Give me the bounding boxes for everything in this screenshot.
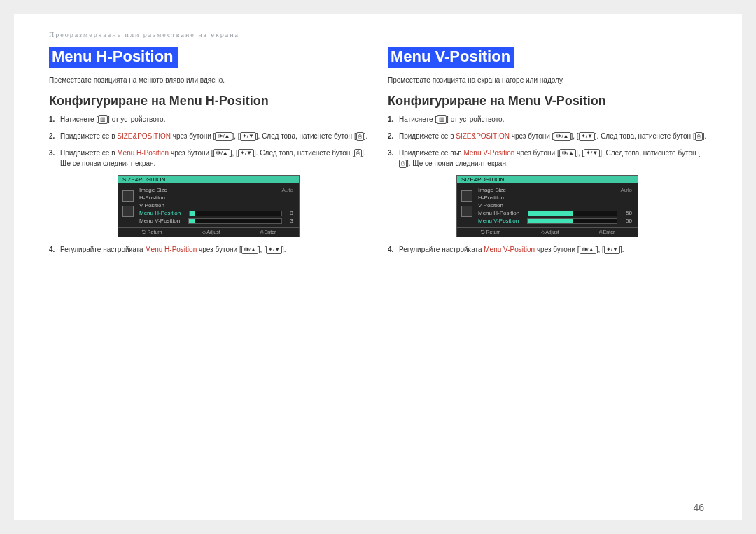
osd-value: 3 (290, 210, 293, 216)
subsection-title-left: Конфигуриране на Menu H-Position (49, 94, 368, 108)
vol-dn-icon: ✦/▼ (579, 132, 595, 141)
vol-dn-icon: ✦/▼ (584, 149, 600, 157)
osd-item-selected: Menu H-Position 3 (138, 209, 295, 217)
vol-dn-icon: ✦/▼ (604, 246, 620, 254)
step-4: 4. Регулирайте настройката Menu V-Positi… (388, 244, 707, 255)
step-text: Регулирайте настройката Menu V-Position … (399, 244, 624, 255)
osd-side-icon (461, 206, 472, 217)
steps-left: 1. Натиснете [▥] от устройството. 2. При… (49, 114, 368, 169)
content-columns: Menu H-Position Премествате позицията на… (49, 47, 707, 261)
osd-side-icon (461, 190, 472, 202)
column-right: Menu V-Position Премествате позицията на… (388, 47, 707, 261)
vol-up-icon: 🕪/▲ (215, 132, 232, 141)
vol-up-icon: 🕪/▲ (580, 246, 596, 254)
menu-icon: ▥ (437, 115, 447, 124)
osd-item: Menu V-Position 3 (138, 217, 295, 225)
section-desc-left: Премествате позицията на менюто вляво ил… (49, 76, 368, 84)
step-3: 3. Придвижете се в Menu H-Position чрез … (49, 148, 368, 169)
osd-footer-item: ⎙ Enter (260, 230, 276, 235)
step-number: 4. (388, 244, 396, 255)
step-number: 2. (388, 131, 396, 141)
keyword-size-position: SIZE&POSITION (117, 132, 171, 140)
enter-icon: ⎙ (695, 132, 703, 141)
step-text: Натиснете [▥] от устройството. (399, 114, 504, 125)
osd-slider (528, 211, 617, 216)
step-1: 1. Натиснете [▥] от устройството. (388, 114, 707, 125)
osd-value: 50 (626, 218, 632, 224)
step-number: 4. (49, 244, 57, 255)
section-title-left: Menu H-Position (49, 47, 178, 68)
osd-value: 50 (626, 210, 632, 216)
step-text: Натиснете [▥] от устройството. (60, 114, 165, 125)
osd-body: Image SizeAuto H-Position V-Position Men… (118, 183, 299, 227)
enter-icon: ⎙ (399, 160, 407, 168)
vol-up-icon: 🕪/▲ (214, 149, 230, 157)
osd-item: V-Position (138, 202, 295, 209)
step-4: 4. Регулирайте настройката Menu H-Positi… (49, 244, 368, 255)
subsection-title-right: Конфигуриране на Menu V-Position (388, 94, 707, 108)
osd-slider (189, 211, 281, 216)
osd-item: Image SizeAuto (138, 186, 295, 194)
osd-footer-item: ◇ Adjust (202, 230, 220, 235)
step-number: 1. (49, 114, 57, 125)
osd-screenshot-right: SIZE&POSITION Image SizeAuto H-Position … (456, 175, 638, 237)
osd-screenshot-left: SIZE&POSITION Image SizeAuto H-Position … (118, 175, 300, 237)
manual-page: Преоразмеряване или разместване на екран… (14, 14, 742, 520)
enter-icon: ⎙ (356, 132, 364, 141)
osd-footer-item: ⮌ Return (141, 230, 162, 235)
osd-item-selected: Menu V-Position 50 (477, 217, 634, 225)
section-desc-right: Премествате позицията на екрана нагоре и… (388, 76, 707, 84)
step-2: 2. Придвижете се в SIZE&POSITION чрез бу… (388, 131, 707, 141)
osd-footer-item: ⮌ Return (480, 230, 501, 235)
osd-slider (527, 218, 617, 224)
osd-side-icon (122, 206, 134, 217)
vol-dn-icon: ✦/▼ (266, 246, 282, 254)
step-number: 3. (388, 148, 396, 169)
step-number: 3. (49, 148, 57, 169)
osd-value: 3 (290, 218, 293, 224)
osd-slider (188, 218, 281, 224)
osd-body: Image SizeAuto H-Position V-Position Men… (457, 183, 638, 227)
step-text: Придвижете се във Menu V-Position чрез б… (399, 148, 707, 169)
vol-up-icon: 🕪/▲ (241, 246, 258, 254)
osd-sidebar (118, 183, 138, 227)
osd-item: V-Position (477, 202, 634, 209)
vol-up-icon: 🕪/▲ (559, 149, 576, 157)
keyword-menu-v: Menu V-Position (463, 149, 514, 157)
step-text: Регулирайте настройката Menu H-Position … (60, 244, 286, 255)
osd-item: Menu H-Position 50 (477, 209, 634, 217)
osd-item: H-Position (138, 194, 295, 202)
keyword-size-position: SIZE&POSITION (456, 132, 510, 140)
steps-right: 1. Натиснете [▥] от устройството. 2. При… (388, 114, 707, 169)
vol-up-icon: 🕪/▲ (554, 132, 570, 141)
vol-dn-icon: ✦/▼ (240, 132, 256, 141)
step-text: Придвижете се в Menu H-Position чрез бут… (60, 148, 368, 169)
step-2: 2. Придвижете се в SIZE&POSITION чрез бу… (49, 131, 368, 141)
step-number: 2. (49, 131, 57, 141)
step-text: Придвижете се в SIZE&POSITION чрез бутон… (60, 131, 368, 141)
step-1: 1. Натиснете [▥] от устройството. (49, 114, 368, 125)
osd-header: SIZE&POSITION (118, 176, 299, 183)
menu-icon: ▥ (98, 115, 108, 124)
osd-footer-item: ⎙ Enter (599, 230, 615, 235)
step-3: 3. Придвижете се във Menu V-Position чре… (388, 148, 707, 169)
osd-list: Image SizeAuto H-Position V-Position Men… (138, 183, 299, 227)
steps-left-cont: 4. Регулирайте настройката Menu H-Positi… (49, 244, 368, 255)
osd-sidebar (457, 183, 477, 227)
keyword-menu-h: Menu H-Position (145, 246, 197, 253)
osd-footer-item: ◇ Adjust (541, 230, 559, 235)
osd-list: Image SizeAuto H-Position V-Position Men… (477, 183, 638, 227)
osd-item: Image SizeAuto (477, 186, 634, 194)
osd-footer: ⮌ Return ◇ Adjust ⎙ Enter (118, 227, 299, 237)
osd-header: SIZE&POSITION (457, 176, 638, 183)
osd-item: H-Position (477, 194, 634, 202)
vol-dn-icon: ✦/▼ (238, 149, 254, 157)
osd-side-icon (122, 190, 134, 202)
steps-right-cont: 4. Регулирайте настройката Menu V-Positi… (388, 244, 707, 255)
page-number: 46 (693, 502, 704, 513)
step-text: Придвижете се в SIZE&POSITION чрез бутон… (399, 131, 706, 141)
keyword-menu-v: Menu V-Position (484, 246, 535, 253)
section-title-right: Menu V-Position (388, 47, 514, 68)
osd-footer: ⮌ Return ◇ Adjust ⎙ Enter (457, 227, 638, 237)
enter-icon: ⎙ (354, 149, 362, 157)
